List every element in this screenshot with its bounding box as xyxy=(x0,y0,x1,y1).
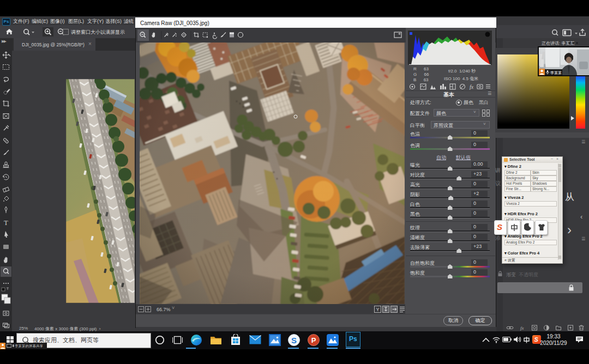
svg-text:fx: fx xyxy=(520,325,524,331)
svg-text:P: P xyxy=(311,336,316,344)
svg-text:T: T xyxy=(4,219,8,227)
svg-text:S: S xyxy=(291,336,297,345)
svg-text:fx: fx xyxy=(470,84,474,90)
svg-text:Y: Y xyxy=(376,307,379,312)
